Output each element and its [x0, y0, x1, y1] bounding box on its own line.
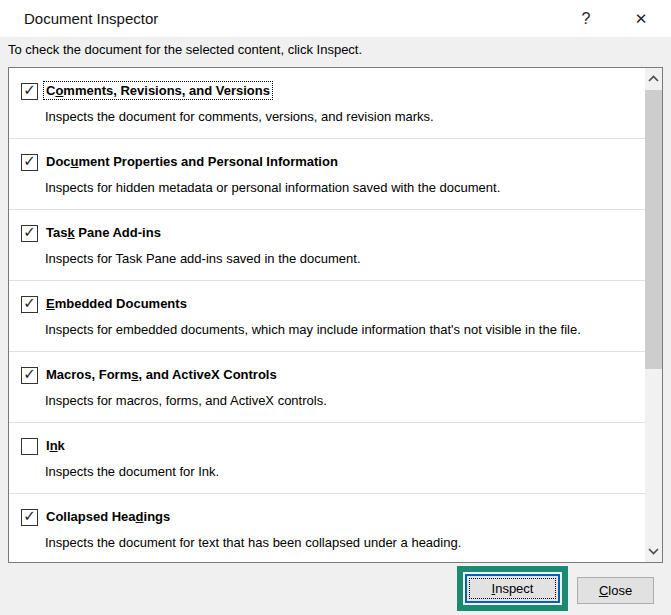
checkbox-task-pane-addins[interactable]: ✓ — [21, 225, 38, 242]
help-icon: ? — [582, 10, 591, 28]
inspector-items: ✓ Comments, Revisions, and Versions Insp… — [9, 68, 645, 562]
item-title-task-pane-addins[interactable]: Task Pane Add-ins — [44, 224, 163, 241]
scroll-up-button[interactable] — [645, 68, 662, 89]
titlebar: Document Inspector ? ✕ — [0, 0, 671, 37]
inspect-button-highlight: Inspect — [457, 566, 568, 611]
document-inspector-dialog: Document Inspector ? ✕ To check the docu… — [0, 0, 671, 615]
chevron-down-icon — [648, 548, 659, 555]
item-title-ink[interactable]: Ink — [44, 437, 67, 454]
checkbox-ink[interactable] — [21, 438, 38, 455]
list-item-task-pane-addins: ✓ Task Pane Add-ins Inspects for Task Pa… — [9, 210, 645, 281]
checkmark-icon: ✓ — [22, 81, 37, 99]
item-title-macros[interactable]: Macros, Forms, and ActiveX Controls — [44, 366, 279, 383]
instruction-text: To check the document for the selected c… — [8, 42, 362, 57]
item-title-embedded-documents[interactable]: Embedded Documents — [44, 295, 189, 312]
scrollbar-thumb[interactable] — [645, 90, 662, 369]
chevron-up-icon — [648, 75, 659, 82]
checkmark-icon: ✓ — [22, 507, 37, 525]
item-title-doc-properties[interactable]: Document Properties and Personal Informa… — [44, 153, 340, 170]
help-button[interactable]: ? — [571, 0, 601, 37]
item-description: Inspects for Task Pane add-ins saved in … — [45, 251, 361, 266]
close-button[interactable]: ✕ — [626, 0, 656, 37]
checkmark-icon: ✓ — [22, 294, 37, 312]
close-dialog-button[interactable]: Close — [577, 577, 654, 604]
scrollbar[interactable] — [645, 68, 662, 562]
item-description: Inspects the document for Ink. — [45, 464, 219, 479]
list-item-doc-properties: ✓ Document Properties and Personal Infor… — [9, 139, 645, 210]
item-title-collapsed-headings[interactable]: Collapsed Headings — [44, 508, 172, 525]
item-description: Inspects for hidden metadata or personal… — [45, 180, 500, 195]
list-item-macros: ✓ Macros, Forms, and ActiveX Controls In… — [9, 352, 645, 423]
checkmark-icon: ✓ — [22, 152, 37, 170]
checkbox-doc-properties[interactable]: ✓ — [21, 154, 38, 171]
item-title-comments[interactable]: Comments, Revisions, and Versions — [44, 82, 272, 99]
item-description: Inspects the document for text that has … — [45, 535, 461, 550]
close-icon: ✕ — [635, 10, 648, 28]
dialog-title: Document Inspector — [24, 0, 158, 37]
checkbox-comments[interactable]: ✓ — [21, 83, 38, 100]
checkbox-macros[interactable]: ✓ — [21, 367, 38, 384]
item-description: Inspects for embedded documents, which m… — [45, 322, 581, 337]
list-item-ink: Ink Inspects the document for Ink. — [9, 423, 645, 494]
checkbox-embedded-documents[interactable]: ✓ — [21, 296, 38, 313]
item-description: Inspects the document for comments, vers… — [45, 109, 434, 124]
list-item-embedded-documents: ✓ Embedded Documents Inspects for embedd… — [9, 281, 645, 352]
item-description: Inspects for macros, forms, and ActiveX … — [45, 393, 327, 408]
checkmark-icon: ✓ — [22, 365, 37, 383]
list-item-comments: ✓ Comments, Revisions, and Versions Insp… — [9, 68, 645, 139]
inspect-button[interactable]: Inspect — [465, 574, 560, 603]
inspector-list: ✓ Comments, Revisions, and Versions Insp… — [8, 67, 663, 563]
checkmark-icon: ✓ — [22, 223, 37, 241]
list-item-collapsed-headings: ✓ Collapsed Headings Inspects the docume… — [9, 494, 645, 563]
checkbox-collapsed-headings[interactable]: ✓ — [21, 509, 38, 526]
scroll-down-button[interactable] — [645, 541, 662, 562]
